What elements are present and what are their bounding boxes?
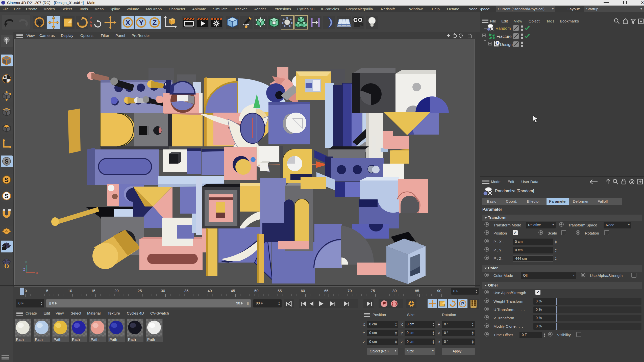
svg-text:50: 50 <box>254 289 259 293</box>
svg-text:5: 5 <box>46 289 48 293</box>
svg-text:Y: Y <box>25 260 27 265</box>
svg-text:Random: Random <box>496 26 511 31</box>
svg-text:Z: Z <box>152 19 157 27</box>
svg-text:30: 30 <box>161 289 165 293</box>
svg-text:S: S <box>5 193 9 199</box>
svg-text:S: S <box>5 158 9 165</box>
svg-text:P: P <box>461 301 464 306</box>
svg-text:75: 75 <box>371 289 375 293</box>
svg-text:40: 40 <box>208 289 212 293</box>
svg-text:20: 20 <box>114 289 119 293</box>
svg-text:X: X <box>126 19 130 27</box>
svg-text:Fracture: Fracture <box>497 34 512 39</box>
svg-text:15: 15 <box>91 289 95 293</box>
svg-text:35: 35 <box>184 289 189 293</box>
svg-text:80: 80 <box>392 289 397 293</box>
svg-text:S: S <box>5 176 9 183</box>
svg-text:70: 70 <box>348 289 352 293</box>
svg-text:Y: Y <box>139 19 144 27</box>
svg-text:X: X <box>36 271 38 275</box>
svg-text:Z: Z <box>23 268 25 271</box>
svg-text:0: 0 <box>25 289 27 293</box>
svg-text:10: 10 <box>68 289 72 293</box>
svg-text:85: 85 <box>415 289 419 293</box>
svg-text:55: 55 <box>278 289 282 293</box>
svg-text:65: 65 <box>324 289 329 293</box>
svg-text:Design: Design <box>500 42 513 47</box>
svg-text:90: 90 <box>437 289 441 293</box>
svg-text:60: 60 <box>301 289 305 293</box>
svg-text:25: 25 <box>138 289 142 293</box>
svg-text:45: 45 <box>231 289 235 293</box>
